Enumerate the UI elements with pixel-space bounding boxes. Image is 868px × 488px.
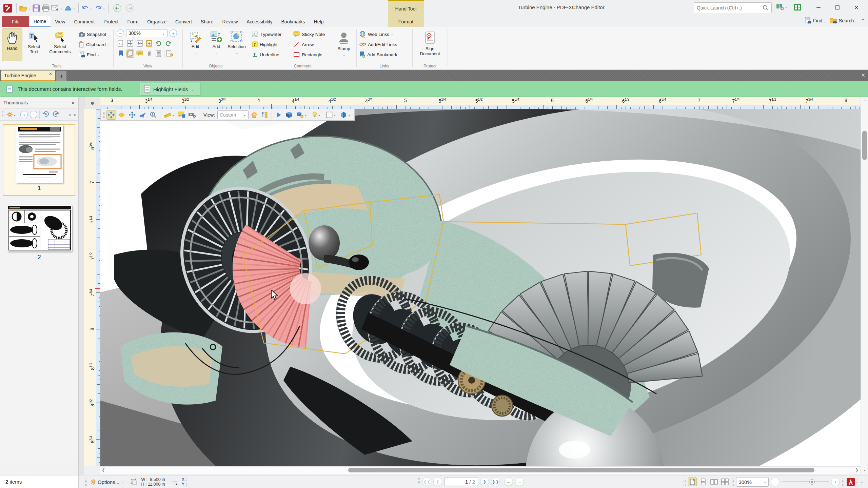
select-text-button[interactable]: T Select Text xyxy=(24,28,44,61)
thumbnails-options-button[interactable]: ⌄ xyxy=(7,111,16,118)
new-tab-button[interactable]: + xyxy=(56,71,66,81)
stamp-button[interactable]: Stamp⌄ xyxy=(334,28,353,61)
actual-size-button[interactable]: 1:1 xyxy=(117,39,125,47)
collapse-statusbar-icon[interactable]: ⌄ xyxy=(860,480,863,484)
ruler-origin-box[interactable] xyxy=(84,97,100,109)
rotate-3d-button[interactable] xyxy=(106,110,116,120)
close-panel-icon[interactable]: ✕ xyxy=(71,100,75,105)
single-page-layout-button[interactable] xyxy=(688,477,697,486)
cross-section-button[interactable]: ⌄ xyxy=(339,110,352,120)
rotate-ccw-button[interactable] xyxy=(155,39,163,47)
tab-convert[interactable]: Convert xyxy=(171,16,196,27)
tab-protect[interactable]: Protect xyxy=(99,16,123,27)
collapse-panel-icon[interactable]: ⌅ xyxy=(73,113,76,117)
history-back-button[interactable] xyxy=(112,2,123,14)
attachments-pane-button[interactable] xyxy=(145,49,153,58)
enlarge-thumbnails-button[interactable]: + xyxy=(20,111,28,118)
arrow-button[interactable]: Arrow xyxy=(292,40,315,49)
hand-tool-button[interactable]: Hand xyxy=(2,28,22,61)
tab-share[interactable]: Share xyxy=(196,16,218,27)
select-comments-button[interactable]: Select Comments xyxy=(45,28,75,61)
render-mode-button[interactable]: ⌄ xyxy=(295,110,309,120)
zoom-in-button[interactable]: + xyxy=(831,477,840,486)
minimize-button[interactable]: ─ xyxy=(809,0,828,15)
spin-3d-button[interactable] xyxy=(117,110,126,120)
document-tab[interactable]: Turbine Engine ✕ xyxy=(1,70,55,81)
close-all-icon[interactable]: ✕ xyxy=(861,72,865,78)
pan-3d-button[interactable] xyxy=(127,110,137,120)
snapshot-3d-button[interactable] xyxy=(188,110,197,120)
fit-visible-button[interactable] xyxy=(126,39,134,47)
email-button[interactable]: ⌄ xyxy=(51,2,63,14)
horizontal-scrollbar[interactable]: ❮ ❯ xyxy=(100,466,861,474)
scroll-down-icon[interactable]: ⌄ xyxy=(861,467,868,472)
zoom-in-button[interactable]: + xyxy=(170,29,177,37)
first-page-button[interactable]: ❮❮ xyxy=(422,477,431,486)
vertical-scroll-thumb[interactable] xyxy=(862,131,867,160)
next-page-button[interactable]: ❯ xyxy=(480,477,489,486)
highlight-button[interactable]: THighlight xyxy=(251,40,279,49)
zoom-out-button[interactable]: − xyxy=(771,477,780,486)
toolbar-grip[interactable] xyxy=(103,111,105,118)
slider-knob[interactable] xyxy=(809,479,815,485)
clipboard-button[interactable]: Clipboard⌄ xyxy=(77,40,111,49)
search-button[interactable]: Search... xyxy=(830,17,858,24)
panel-splitter[interactable] xyxy=(79,97,84,475)
undo-button[interactable]: ⌄ xyxy=(81,2,93,14)
session-button[interactable] xyxy=(793,3,802,12)
two-pages-layout-button[interactable] xyxy=(710,477,718,486)
next-view-button[interactable]: → xyxy=(515,477,524,486)
document-canvas[interactable]: ⌄ View: Custom⌄ ⌄ ⌄ ⌄ ⌄ xyxy=(100,109,861,466)
options-button[interactable]: Options...⌄ xyxy=(90,479,124,485)
render-solid-button[interactable] xyxy=(284,110,294,120)
print-button[interactable] xyxy=(42,2,50,14)
tab-organize[interactable]: Organize xyxy=(143,16,171,27)
tab-home[interactable]: Home xyxy=(29,16,51,27)
rotate-ccw-button[interactable]: 90 xyxy=(42,110,50,119)
tab-bookmarks[interactable]: Bookmarks xyxy=(277,16,310,27)
model-tree-button[interactable] xyxy=(260,110,270,120)
zoom-level-combo[interactable]: 300%⌄ xyxy=(126,29,167,37)
thumbnails-pane-button[interactable] xyxy=(126,49,134,58)
background-color-button[interactable]: ⌄ xyxy=(324,110,338,120)
close-document-tab-icon[interactable]: ✕ xyxy=(49,72,52,76)
tab-form[interactable]: Form xyxy=(123,16,143,27)
pane-options-button[interactable] xyxy=(166,49,174,58)
tab-format[interactable]: Format xyxy=(388,16,424,27)
sticky-note-button[interactable]: Sticky Note xyxy=(292,30,326,39)
horizontal-scroll-thumb[interactable] xyxy=(348,468,814,472)
app-logo-icon[interactable]: PDF xyxy=(2,2,14,14)
more-options-icon[interactable]: » xyxy=(69,113,71,117)
toolbar-grip[interactable] xyxy=(683,478,686,486)
fit-width-button[interactable] xyxy=(136,39,144,47)
ui-options-button[interactable]: ⌄ xyxy=(776,3,788,11)
highlight-fields-button[interactable]: Highlight Fields ⌄ xyxy=(140,83,200,95)
comments-pane-button[interactable] xyxy=(136,49,144,58)
page-number-field[interactable]: 1 / 2 xyxy=(444,477,478,486)
sign-document-button[interactable]: Sign Document xyxy=(417,28,443,61)
lighting-button[interactable]: ⌄ xyxy=(310,110,323,120)
find-tool-button[interactable]: Find⌄ xyxy=(77,50,101,59)
zoom-combo[interactable]: 300%⌄ xyxy=(736,477,769,487)
typewriter-button[interactable]: TTypewriter xyxy=(251,30,282,39)
save-button[interactable] xyxy=(32,2,40,14)
add-bookmark-button[interactable]: Add Bookmark xyxy=(358,50,398,59)
measure-3d-button[interactable]: ⌄ xyxy=(162,110,176,120)
bookmarks-pane-button[interactable] xyxy=(117,49,125,58)
toolbar-grip[interactable] xyxy=(842,478,845,486)
last-page-button[interactable]: ❯❯ xyxy=(491,477,500,486)
scroll-right-icon[interactable]: ❯ xyxy=(855,468,859,472)
quick-launch-input[interactable] xyxy=(697,5,763,11)
tab-review[interactable]: Review xyxy=(218,16,242,27)
export-button[interactable]: ⌄ xyxy=(64,2,76,14)
selection-button[interactable]: Selection⌄ xyxy=(226,28,247,61)
toolbar-grip[interactable] xyxy=(731,478,734,486)
toolbar-grip[interactable] xyxy=(2,111,5,118)
comment-3d-button[interactable] xyxy=(177,110,186,120)
play-animation-button[interactable] xyxy=(274,110,283,120)
zoom-3d-button[interactable] xyxy=(149,110,158,120)
rotate-cw-button[interactable]: 90 xyxy=(52,110,60,119)
tab-help[interactable]: Help xyxy=(310,16,328,27)
zoom-out-button[interactable]: − xyxy=(117,29,124,37)
collapse-ribbon-button[interactable]: ⌃ xyxy=(861,18,865,23)
